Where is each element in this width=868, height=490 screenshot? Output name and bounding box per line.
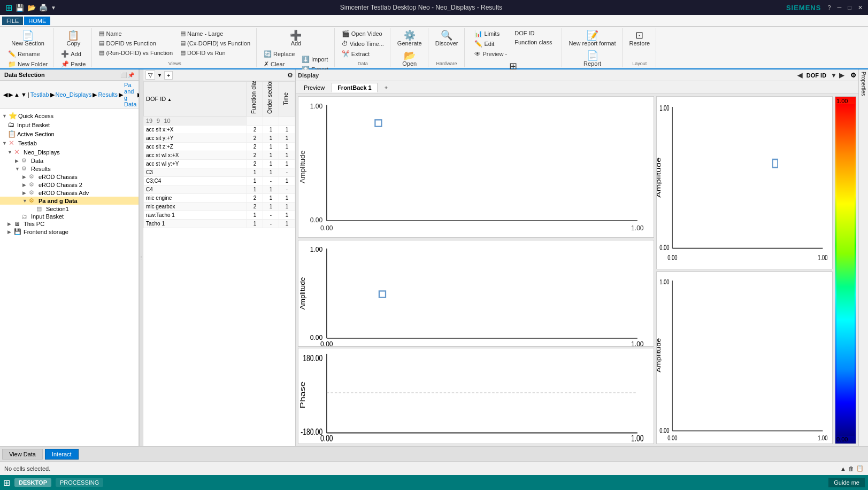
- status-trash[interactable]: 🗑: [848, 465, 854, 472]
- col-os[interactable]: Order section: [263, 82, 279, 116]
- processing-btn[interactable]: PROCESSING: [56, 478, 103, 487]
- table-row[interactable]: C4 1 1 -: [144, 185, 295, 194]
- extract-button[interactable]: ✂️ Extract: [339, 49, 387, 59]
- col-time[interactable]: Time: [279, 82, 295, 116]
- help-btn[interactable]: ?: [827, 4, 831, 11]
- erod-chassis-item[interactable]: ▶ ⚙ eROD Chassis: [0, 173, 139, 181]
- add-basket-button[interactable]: ➕ Add: [286, 29, 305, 48]
- restore-button[interactable]: ⊡ Restore: [627, 29, 653, 48]
- add-col-button[interactable]: +: [164, 71, 173, 80]
- erod-chassis2-item[interactable]: ▶ ⚙ eROD Chassis 2: [0, 181, 139, 189]
- paste-button[interactable]: 📌 Paste: [58, 59, 88, 69]
- edit-button[interactable]: ✏️ Edit: [472, 39, 510, 49]
- testlab-item[interactable]: ▼ ✕ Testlab: [0, 138, 139, 147]
- settings-button[interactable]: ⚙: [287, 72, 293, 79]
- expand-icon[interactable]: ⬜: [120, 72, 127, 78]
- data-item[interactable]: ▶ ⚙ Data: [0, 157, 139, 165]
- open-data-button[interactable]: 📂 Open: [400, 49, 419, 68]
- this-pc-item[interactable]: ▶ 🖥 This PC: [0, 220, 139, 228]
- preview-button[interactable]: 👁 Preview -: [472, 49, 510, 59]
- clear-button[interactable]: ✗ Clear: [261, 59, 298, 69]
- interact-tab[interactable]: Interact: [45, 449, 79, 460]
- table-row[interactable]: acc st wl x:+X 2 1 1: [144, 151, 295, 160]
- breadcrumb-testlab[interactable]: Testlab: [30, 91, 49, 98]
- view-name-button[interactable]: ▤ Name: [96, 29, 175, 38]
- view-dofid-button[interactable]: ▤ DOFID vs Function: [96, 38, 175, 48]
- nav-forward[interactable]: ▶: [9, 91, 13, 98]
- dock-icon[interactable]: 📌: [128, 72, 134, 78]
- frontend-item[interactable]: ▶ 💾 Frontend storage: [0, 228, 139, 236]
- new-report-button[interactable]: 📝 New report format: [566, 29, 619, 48]
- quick-access-section[interactable]: ▼ ⭐ Quick Access: [0, 111, 139, 120]
- tab-add[interactable]: +: [379, 83, 394, 92]
- input-basket-tree-item[interactable]: 🗂 Input Basket: [0, 213, 139, 220]
- section1-item[interactable]: ▤ Section1: [0, 205, 139, 213]
- filter-button[interactable]: ▽: [145, 71, 155, 80]
- table-row[interactable]: acc st wl y:+Y 2 1 1: [144, 160, 295, 168]
- filter-dropdown[interactable]: ▼: [157, 73, 162, 78]
- grid-icon[interactable]: ⊞: [3, 478, 10, 488]
- neo-displays-item[interactable]: ▼ ✕ Neo_Displays: [0, 147, 139, 157]
- menu-home[interactable]: HOME: [24, 17, 50, 25]
- table-row[interactable]: mic engine 2 1 1: [144, 194, 295, 203]
- replace-button[interactable]: 🔄 Replace: [261, 49, 298, 59]
- pa-g-data-item[interactable]: ▼ ⚙ Pa and g Data: [0, 197, 139, 205]
- function-class-button[interactable]: Function class: [512, 38, 555, 46]
- toolbar-open[interactable]: 📂: [27, 4, 36, 12]
- toolbar-save[interactable]: 💾: [16, 4, 24, 12]
- nav-dropdown[interactable]: ▼: [21, 91, 27, 98]
- report-button[interactable]: 📄 Report: [581, 49, 604, 68]
- import-button[interactable]: ⬇️ Import: [299, 55, 331, 64]
- toolbar-print[interactable]: 🖨️: [39, 4, 48, 12]
- add-button[interactable]: ➕ Add: [58, 49, 88, 59]
- table-row[interactable]: Tacho 1 1 - 1: [144, 220, 295, 228]
- view-cx-dofid-button[interactable]: ▤ (Cx-DOFID) vs Function: [178, 38, 253, 48]
- guide-me-button[interactable]: Guide me: [828, 478, 865, 487]
- table-row[interactable]: acc sit y:+Y 2 1 1: [144, 134, 295, 143]
- rename-button[interactable]: ✏️ Rename: [5, 49, 50, 59]
- dof-dropdown[interactable]: ▼: [831, 72, 837, 79]
- view-name-large-button[interactable]: ▤ Name - Large: [178, 29, 253, 38]
- generate-button[interactable]: ⚙️ Generate: [395, 29, 425, 48]
- breadcrumb-results[interactable]: Results: [98, 91, 118, 98]
- tab-preview[interactable]: Preview: [298, 83, 331, 92]
- copy-button[interactable]: 📋 Copy: [64, 29, 83, 48]
- dof-id-button[interactable]: DOF ID: [512, 29, 555, 37]
- dof-nav-left[interactable]: ◀: [797, 72, 802, 79]
- col-fc[interactable]: Function class: [247, 82, 263, 116]
- tab-frontback[interactable]: FrontBack 1: [332, 83, 378, 92]
- open-video-button[interactable]: 🎬 Open Video: [339, 29, 387, 38]
- table-row[interactable]: C3 1 1 -: [144, 168, 295, 177]
- view-data-tab[interactable]: View Data: [2, 449, 43, 460]
- table-row[interactable]: mic gearbox 2 1 1: [144, 203, 295, 211]
- status-up[interactable]: ▲: [840, 465, 846, 472]
- results-item[interactable]: ▼ ⚙ Results: [0, 165, 139, 173]
- close-btn[interactable]: ✕: [858, 4, 863, 11]
- menu-file[interactable]: FILE: [2, 17, 23, 25]
- table-row[interactable]: acc sit x:+X 2 1 1: [144, 126, 295, 134]
- nav-back[interactable]: ◀: [3, 91, 7, 98]
- desktop-btn[interactable]: DESKTOP: [14, 478, 51, 487]
- table-row[interactable]: C3;C4 1 - 1: [144, 177, 295, 185]
- splitter[interactable]: ⋮: [139, 69, 143, 446]
- input-basket-item[interactable]: 🗂 Input Basket: [0, 120, 139, 129]
- toolbar-dropdown[interactable]: ▼: [51, 5, 56, 11]
- view-run-dofid-button[interactable]: ▤ (Run-DOFID) vs Function: [96, 48, 175, 57]
- display-settings[interactable]: ⚙: [850, 72, 856, 79]
- new-section-button[interactable]: 📄 New Section: [9, 29, 47, 48]
- breadcrumb-pa[interactable]: Pa and g Data: [124, 82, 136, 107]
- nav-up[interactable]: ▲: [14, 91, 20, 98]
- table-row[interactable]: raw:Tacho 1 1 - 1: [144, 211, 295, 220]
- minimize-btn[interactable]: ─: [838, 4, 842, 11]
- limits-button[interactable]: 📊 Limits: [472, 29, 510, 38]
- new-folder-button[interactable]: 📁 New Folder: [5, 59, 50, 69]
- erod-adv-item[interactable]: ▶ ⚙ eROD Chassis Adv: [0, 189, 139, 197]
- breadcrumb-neo[interactable]: Neo_Displays: [56, 91, 92, 98]
- discover-button[interactable]: 🔍 Discover: [433, 29, 461, 48]
- view-dofid-run-button[interactable]: ▤ DOFID vs Run: [178, 48, 253, 57]
- maximize-btn[interactable]: □: [848, 4, 851, 11]
- video-time-button[interactable]: ⏱ Video Time...: [339, 39, 387, 49]
- dof-nav-right[interactable]: ▶: [839, 72, 844, 79]
- active-section-item[interactable]: 📋 Active Section: [0, 129, 139, 138]
- table-row[interactable]: acc sit z:+Z 2 1 1: [144, 143, 295, 151]
